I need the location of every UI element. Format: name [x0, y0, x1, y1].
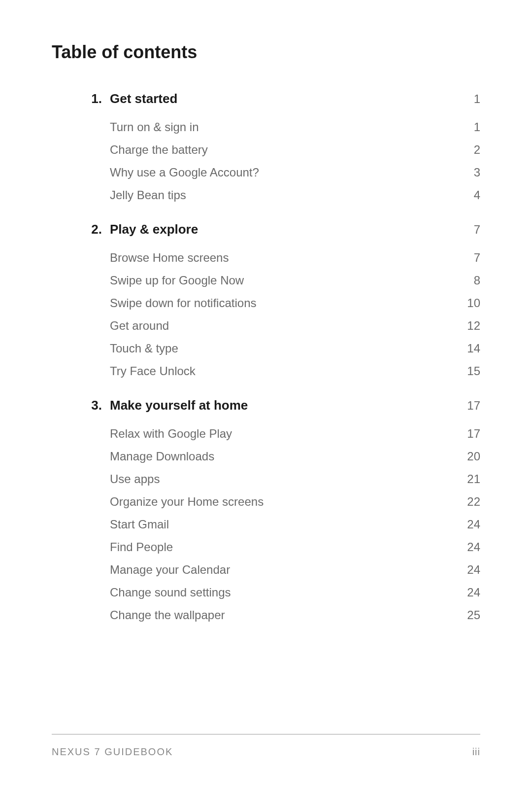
toc-entry: Swipe up for Google Now8 — [86, 274, 480, 287]
toc-entry: Start Gmail24 — [86, 518, 480, 531]
toc-entry: Browse Home screens7 — [86, 251, 480, 265]
toc-entry: Change the wallpaper25 — [86, 608, 480, 622]
toc-entry: Touch & type14 — [86, 342, 480, 355]
toc-entry-page: 10 — [461, 296, 480, 310]
toc-entry-page: 7 — [461, 251, 480, 265]
toc-entry-page: 17 — [461, 427, 480, 441]
toc-chapter-page: 17 — [461, 399, 480, 413]
toc-entry-page: 15 — [461, 364, 480, 378]
toc-entry-page: 14 — [461, 342, 480, 355]
toc-entry: Why use a Google Account?3 — [86, 166, 480, 179]
toc-entry-page: 3 — [461, 166, 480, 179]
toc-entry: Jelly Bean tips4 — [86, 188, 480, 202]
toc-entry-page: 8 — [461, 274, 480, 287]
toc-entry-title: Swipe down for notifications — [110, 296, 461, 310]
toc-chapter-heading: 1.Get started1 — [86, 91, 480, 106]
toc-entry-title: Turn on & sign in — [110, 120, 461, 134]
toc-entry-title: Find People — [110, 540, 461, 554]
page-title: Table of contents — [52, 42, 480, 63]
toc-entry: Manage Downloads20 — [86, 450, 480, 463]
toc-entry-title: Organize your Home screens — [110, 495, 461, 509]
toc-entry: Try Face Unlock15 — [86, 364, 480, 378]
toc-chapter-page: 1 — [461, 92, 480, 106]
toc-entry-page: 24 — [461, 540, 480, 554]
toc-entry-title: Swipe up for Google Now — [110, 274, 461, 287]
toc-entry: Find People24 — [86, 540, 480, 554]
toc-entry-page: 4 — [461, 188, 480, 202]
toc-entry-title: Start Gmail — [110, 518, 461, 531]
toc-entry: Organize your Home screens22 — [86, 495, 480, 509]
toc-entry-title: Why use a Google Account? — [110, 166, 461, 179]
toc-chapter-number: 1. — [86, 91, 110, 106]
toc-entry-title: Use apps — [110, 472, 461, 486]
toc-entry-title: Jelly Bean tips — [110, 188, 461, 202]
toc-chapter-heading: 3.Make yourself at home17 — [86, 398, 480, 413]
toc-chapter-number: 3. — [86, 398, 110, 413]
toc-chapter-heading: 2.Play & explore7 — [86, 222, 480, 237]
toc-entry-page: 24 — [461, 563, 480, 577]
toc-entry-title: Browse Home screens — [110, 251, 461, 265]
toc-entry-title: Try Face Unlock — [110, 364, 461, 378]
toc-entry: Charge the battery2 — [86, 143, 480, 157]
toc-entry-page: 1 — [461, 120, 480, 134]
toc-entry-title: Manage your Calendar — [110, 563, 461, 577]
toc-entry: Relax with Google Play17 — [86, 427, 480, 441]
toc-entry-page: 24 — [461, 518, 480, 531]
toc-entry-title: Manage Downloads — [110, 450, 461, 463]
toc-chapter-title: Make yourself at home — [110, 398, 461, 413]
toc-entry-title: Change sound settings — [110, 586, 461, 599]
toc-entry: Use apps21 — [86, 472, 480, 486]
footer-page-number: iii — [472, 746, 480, 758]
toc-entry-title: Get around — [110, 319, 461, 333]
toc-entry-page: 25 — [461, 608, 480, 622]
toc-chapter-title: Play & explore — [110, 222, 461, 237]
toc-entry-title: Charge the battery — [110, 143, 461, 157]
toc-entry-title: Touch & type — [110, 342, 461, 355]
toc-entry-page: 22 — [461, 495, 480, 509]
toc-entry-page: 2 — [461, 143, 480, 157]
toc-entry: Manage your Calendar24 — [86, 563, 480, 577]
toc-entry: Turn on & sign in1 — [86, 120, 480, 134]
toc-entry-page: 21 — [461, 472, 480, 486]
toc-entry-page: 20 — [461, 450, 480, 463]
toc-entry: Swipe down for notifications10 — [86, 296, 480, 310]
toc-chapter-title: Get started — [110, 91, 461, 106]
page-footer: NEXUS 7 GUIDEBOOK iii — [52, 734, 480, 758]
footer-book-title: NEXUS 7 GUIDEBOOK — [52, 746, 173, 758]
toc-entry: Get around12 — [86, 319, 480, 333]
toc-entry: Change sound settings24 — [86, 586, 480, 599]
toc-chapter-number: 2. — [86, 222, 110, 237]
toc-entry-page: 12 — [461, 319, 480, 333]
toc-chapter-page: 7 — [461, 223, 480, 237]
toc-entry-page: 24 — [461, 586, 480, 599]
toc-entry-title: Change the wallpaper — [110, 608, 461, 622]
toc-entry-title: Relax with Google Play — [110, 427, 461, 441]
table-of-contents: 1.Get started1Turn on & sign in1Charge t… — [52, 91, 480, 622]
